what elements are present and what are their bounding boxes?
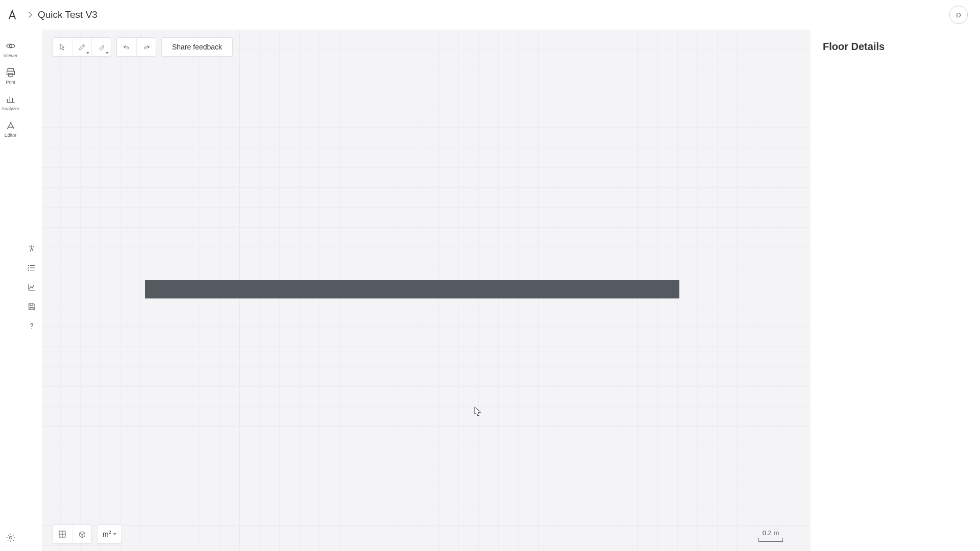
avatar[interactable]: D bbox=[949, 6, 968, 24]
secondary-toolstrip bbox=[21, 30, 42, 551]
sidebar-item-label: Analyzer bbox=[2, 106, 19, 111]
view-2d-button[interactable] bbox=[53, 525, 72, 543]
cursor-icon bbox=[58, 43, 66, 51]
tool-heatsource[interactable] bbox=[24, 241, 39, 256]
grid2d-icon bbox=[58, 530, 67, 539]
heatsource-icon bbox=[27, 244, 36, 253]
svg-point-7 bbox=[28, 269, 29, 270]
main-layout: Viewer Print Analyzer Editor bbox=[0, 30, 980, 551]
share-feedback-label: Share feedback bbox=[172, 43, 222, 51]
select-tool[interactable] bbox=[53, 38, 72, 56]
sidebar-item-print[interactable]: Print bbox=[0, 63, 21, 90]
unit-label: m bbox=[103, 530, 109, 538]
list-icon bbox=[27, 263, 36, 272]
svg-point-4 bbox=[9, 537, 12, 539]
unit-selector[interactable]: m2 bbox=[97, 525, 121, 543]
scale-indicator: 0.2 m bbox=[758, 529, 783, 542]
sidebar-item-viewer[interactable]: Viewer bbox=[0, 37, 21, 63]
sidebar-item-editor[interactable]: Editor bbox=[0, 116, 21, 143]
svg-rect-1 bbox=[8, 69, 14, 71]
gear-icon bbox=[6, 533, 16, 543]
svg-point-6 bbox=[28, 267, 29, 268]
unit-sup: 2 bbox=[109, 530, 111, 535]
svg-point-5 bbox=[28, 265, 29, 266]
sidebar-item-analyzer[interactable]: Analyzer bbox=[0, 90, 21, 116]
unit-group: m2 bbox=[97, 524, 122, 544]
scale-label: 0.2 m bbox=[763, 529, 779, 537]
print-icon bbox=[6, 67, 16, 78]
tool-list[interactable] bbox=[24, 260, 39, 276]
cube-icon bbox=[78, 530, 87, 539]
tool-help[interactable] bbox=[24, 318, 39, 334]
drafting-icon bbox=[6, 120, 16, 131]
tool-group-history bbox=[116, 37, 156, 57]
sidebar-item-label: Print bbox=[6, 80, 15, 85]
svg-point-0 bbox=[9, 45, 12, 47]
pencil-icon bbox=[78, 43, 86, 51]
chart-icon bbox=[27, 283, 36, 292]
settings-button[interactable] bbox=[6, 524, 16, 551]
barchart-icon bbox=[6, 94, 16, 104]
eye-icon bbox=[6, 41, 16, 51]
panel-title: Floor Details bbox=[823, 41, 968, 53]
view-group bbox=[52, 524, 92, 544]
share-feedback-button[interactable]: Share feedback bbox=[162, 38, 232, 56]
canvas-toolbar: Share feedback bbox=[52, 37, 233, 57]
draw-tool[interactable] bbox=[72, 38, 91, 56]
chevron-right-icon bbox=[28, 11, 33, 18]
help-icon bbox=[27, 321, 36, 331]
tool-group-select-draw bbox=[52, 37, 111, 57]
floor-shape[interactable] bbox=[145, 280, 679, 298]
canvas[interactable]: Share feedback m2 bbox=[42, 30, 811, 551]
svg-rect-2 bbox=[7, 71, 14, 75]
view-3d-button[interactable] bbox=[72, 525, 91, 543]
details-panel: Floor Details bbox=[811, 30, 980, 551]
tool-group-feedback: Share feedback bbox=[161, 37, 233, 57]
bottom-toolbar: m2 bbox=[52, 524, 122, 544]
pen-icon bbox=[97, 43, 106, 51]
save-icon bbox=[27, 302, 36, 311]
page-title[interactable]: Quick Test V3 bbox=[38, 9, 97, 20]
sidebar-item-label: Editor bbox=[5, 133, 17, 138]
tool-chart[interactable] bbox=[24, 280, 39, 295]
left-sidebar: Viewer Print Analyzer Editor bbox=[0, 30, 21, 551]
sidebar-item-label: Viewer bbox=[4, 53, 17, 58]
avatar-initial: D bbox=[956, 11, 961, 19]
app-header: Quick Test V3 D bbox=[0, 0, 980, 30]
tool-save[interactable] bbox=[24, 299, 39, 314]
scale-bracket-icon bbox=[758, 538, 783, 542]
app-logo[interactable] bbox=[5, 8, 19, 22]
redo-button[interactable] bbox=[136, 38, 156, 56]
undo-icon bbox=[122, 43, 131, 51]
redo-icon bbox=[142, 43, 151, 51]
line-tool[interactable] bbox=[91, 38, 111, 56]
undo-button[interactable] bbox=[117, 38, 136, 56]
